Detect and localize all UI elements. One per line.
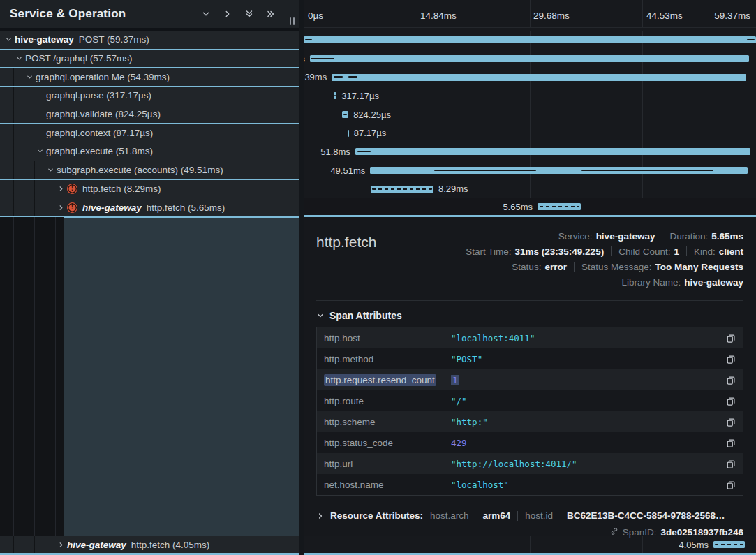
attribute-row: http.status_code429 [317, 432, 743, 453]
meta-label: Child Count: [618, 246, 670, 257]
timeline-row[interactable]: 49.51ms [304, 161, 756, 180]
span-duration-bar[interactable] [310, 55, 749, 62]
tree-row[interactable]: POST /graphql (57.57ms) [0, 50, 299, 68]
indent-guides [3, 142, 34, 161]
tree-row[interactable]: hive-gatewayhttp.fetch (4.05ms) [0, 536, 299, 555]
resource-key: host.arch [430, 510, 469, 521]
chevron-right-icon[interactable] [55, 541, 67, 549]
timeline-axis: 0µs14.84ms29.68ms44.53ms59.37ms [304, 0, 756, 28]
tree-row[interactable]: graphql.context (87.17µs) [0, 124, 299, 142]
timeline-rows: 57.57ms54.39ms317.17µs824.25µs87.17µs51.… [304, 31, 756, 217]
service-name: hive-gateway [67, 540, 126, 550]
chevron-down-icon[interactable] [34, 147, 46, 155]
selected-span-children-area[interactable] [64, 217, 299, 536]
operation-label: graphql.validate (824.25µs) [46, 109, 161, 119]
timeline-row[interactable]: 54.39ms [304, 68, 756, 87]
resource-attributes-items: host.arch=arm64host.id=BC62E13B-C4CC-585… [430, 510, 725, 521]
meta-separator [574, 262, 575, 272]
copy-icon[interactable] [726, 396, 736, 406]
timeline-row[interactable]: 8.29ms [304, 180, 756, 199]
span-meta: Service:hive-gatewayDuration:5.65msStart… [466, 228, 743, 290]
timeline-row[interactable] [304, 31, 756, 50]
meta-item: Status:error [512, 262, 567, 272]
timeline-row[interactable]: 51.8ms [304, 142, 756, 161]
chevron-down-icon [316, 311, 325, 320]
duration-label: 824.25µs [353, 105, 391, 124]
tree-row[interactable]: hive-gatewayPOST (59.37ms) [0, 31, 299, 50]
chevron-down-icon[interactable] [201, 9, 211, 19]
meta-separator [662, 231, 662, 241]
chevron-down-icon[interactable] [13, 54, 25, 62]
chevron-down-icon[interactable] [45, 166, 57, 174]
span-title: http.fetch [316, 228, 466, 290]
bar-event-marks [311, 58, 334, 60]
attribute-value: "localhost:4011" [451, 333, 726, 343]
meta-value: 31ms (23:35:49.225) [515, 246, 605, 257]
copy-icon[interactable] [726, 375, 736, 385]
timeline-row[interactable]: 87.17µs [304, 124, 756, 142]
meta-value: 5.65ms [711, 231, 743, 242]
copy-icon[interactable] [726, 480, 736, 490]
chevrons-right-icon[interactable] [266, 9, 276, 19]
duration-label: 8.29ms [438, 180, 468, 199]
timeline-row[interactable]: 4.05ms [304, 536, 756, 553]
span-duration-bar[interactable] [304, 36, 756, 43]
span-duration-bar[interactable] [538, 203, 581, 210]
tree-row[interactable]: graphql.execute (51.8ms) [0, 142, 299, 161]
span-duration-bar[interactable] [332, 74, 746, 81]
span-duration-bar[interactable] [348, 130, 349, 137]
span-attributes-header[interactable]: Span Attributes [316, 310, 743, 321]
operation-label: POST (59.37ms) [79, 34, 149, 45]
resource-attribute: host.arch=arm64 [430, 510, 510, 521]
tree-row[interactable]: subgraph.execute (accounts) (49.51ms) [0, 161, 299, 180]
tree-row[interactable]: !http.fetch (8.29ms) [0, 180, 299, 199]
chevron-right-icon [316, 512, 325, 520]
copy-icon[interactable] [726, 438, 736, 448]
tree-row[interactable]: graphql.operation Me (54.39ms) [0, 68, 299, 87]
span-duration-bar[interactable] [713, 541, 745, 548]
operation-label: http.fetch (8.29ms) [82, 184, 161, 194]
copy-icon[interactable] [726, 459, 736, 469]
panel-resize-handle[interactable] [290, 17, 295, 25]
chevron-right-icon[interactable] [55, 185, 67, 193]
meta-separator [611, 246, 612, 256]
chevron-right-icon[interactable] [55, 204, 67, 212]
span-duration-bar[interactable] [370, 167, 747, 174]
timeline-row[interactable]: 317.17µs [304, 87, 756, 105]
attribute-key: http.method [324, 354, 451, 364]
resource-attributes-row[interactable]: Resource Attributes: host.arch=arm64host… [316, 503, 743, 521]
chevron-down-icon[interactable] [3, 36, 15, 43]
tree-row[interactable]: !hive-gatewayhttp.fetch (5.65ms) [0, 198, 299, 217]
span-duration-bar[interactable] [355, 148, 750, 155]
chevrons-down-icon[interactable] [244, 9, 254, 19]
bar-event-marks [334, 95, 336, 97]
chevron-right-icon[interactable] [223, 9, 232, 19]
duration-label: 51.8ms [320, 142, 350, 161]
meta-line: Status:errorStatus Message:Too Many Requ… [512, 259, 743, 274]
indent-guides [3, 50, 13, 68]
detail-divider [316, 300, 743, 301]
indent-guides [3, 536, 55, 553]
meta-item: Duration:5.65ms [669, 231, 743, 242]
attribute-row: http.route"/" [317, 390, 743, 411]
timeline-row[interactable]: 824.25µs [304, 105, 756, 124]
bar-event-marks [343, 114, 347, 116]
panel-divider[interactable] [299, 0, 304, 555]
timeline-row[interactable]: 57.57ms [304, 50, 756, 68]
chevron-down-icon[interactable] [24, 73, 36, 81]
span-duration-bar[interactable] [342, 111, 348, 118]
duration-label: 317.17µs [341, 87, 379, 105]
meta-line: Service:hive-gatewayDuration:5.65ms [558, 228, 743, 244]
span-duration-bar[interactable] [371, 186, 433, 193]
detail-header: http.fetch Service:hive-gatewayDuration:… [316, 228, 743, 290]
operation-label: http.fetch (5.65ms) [147, 202, 225, 213]
tree-row[interactable]: graphql.validate (824.25µs) [0, 105, 299, 124]
trace-viewer: Service & Operation hive-gatewayPOST (59… [0, 0, 756, 555]
copy-icon[interactable] [726, 417, 736, 427]
copy-icon[interactable] [726, 354, 736, 364]
attribute-row: http.scheme"http:" [317, 411, 743, 432]
span-duration-bar[interactable] [334, 92, 337, 99]
timeline-row[interactable]: 5.65ms [304, 198, 756, 217]
tree-row[interactable]: graphql.parse (317.17µs) [0, 87, 299, 105]
copy-icon[interactable] [726, 333, 736, 343]
